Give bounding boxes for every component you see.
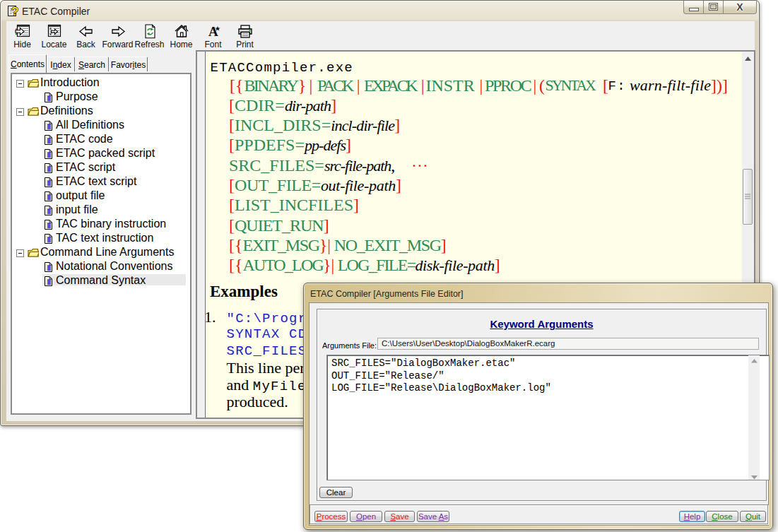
svg-text:A: A xyxy=(208,24,218,39)
svg-text:?: ? xyxy=(11,5,18,17)
